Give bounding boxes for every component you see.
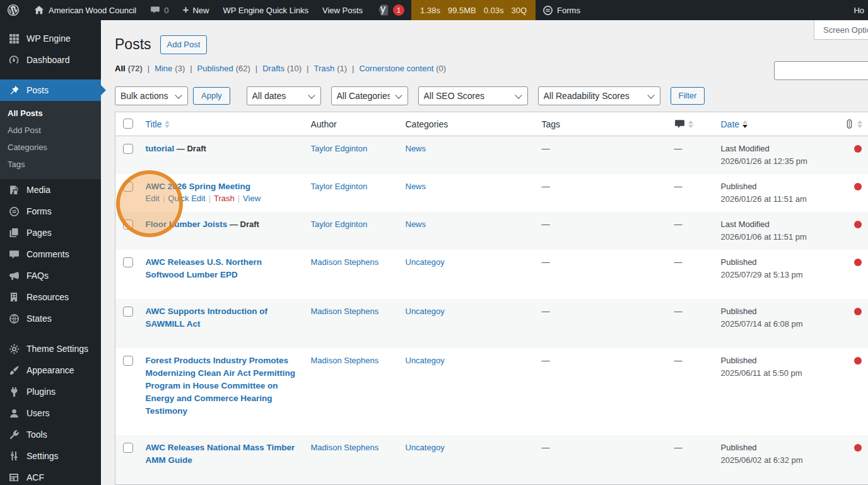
edit-action[interactable]: Edit: [146, 194, 160, 203]
sidebar-item-faqs[interactable]: FAQs: [0, 265, 101, 286]
add-post-button[interactable]: Add Post: [160, 35, 208, 54]
qm-db-time: 0.03s: [484, 6, 504, 15]
tags-empty: —: [542, 307, 550, 316]
apply-button[interactable]: Apply: [193, 87, 230, 105]
trash-action[interactable]: Trash: [214, 194, 235, 203]
author-link[interactable]: Taylor Edginton: [311, 219, 368, 229]
gravity-forms-icon: [8, 205, 20, 218]
row-checkbox[interactable]: [123, 219, 133, 230]
seo-score-red-dot: [854, 221, 862, 228]
sidebar-item-pages[interactable]: Pages: [0, 222, 101, 243]
submenu-item-all-posts[interactable]: All Posts: [0, 105, 101, 122]
search-posts-input[interactable]: [774, 61, 868, 80]
yoast-seo-menu[interactable]: 1: [370, 0, 411, 20]
sidebar-item-media[interactable]: Media: [0, 179, 101, 201]
post-title-link[interactable]: Forest Products Industry Promotes Modern…: [146, 356, 296, 416]
submenu-item-categories[interactable]: Categories: [0, 139, 101, 156]
sidebar-item-theme-settings[interactable]: Theme Settings: [0, 338, 101, 359]
author-link[interactable]: Madison Stephens: [311, 443, 379, 452]
post-title-link[interactable]: AWC Supports Introduction of SAWMILL Act: [146, 307, 267, 329]
row-checkbox[interactable]: [123, 443, 133, 453]
sort-by-comments[interactable]: [674, 119, 693, 129]
select-all-checkbox[interactable]: [123, 119, 133, 129]
screen-options-tab[interactable]: Screen Options: [814, 20, 868, 40]
forms-menu[interactable]: Forms: [536, 0, 587, 20]
bulk-actions-select[interactable]: Bulk actions: [115, 86, 188, 105]
category-link[interactable]: Uncategoy: [406, 356, 445, 365]
sort-by-seo-score[interactable]: [845, 119, 862, 129]
category-link[interactable]: News: [406, 219, 426, 229]
sidebar-item-forms[interactable]: Forms: [0, 201, 101, 222]
row-checkbox[interactable]: [123, 307, 133, 317]
seo-score-red-dot: [854, 145, 862, 153]
author-link[interactable]: Madison Stephens: [311, 356, 379, 365]
date-status: Last Modified: [721, 143, 832, 155]
howdy-account-menu[interactable]: Ho: [847, 0, 868, 20]
row-checkbox[interactable]: [123, 182, 133, 192]
sidebar-item-posts[interactable]: Posts: [0, 79, 101, 101]
sidebar-item-dashboard[interactable]: Dashboard: [0, 49, 101, 71]
sidebar-item-acf[interactable]: ACF: [0, 467, 101, 485]
filter-trash: Trash(1): [302, 64, 347, 73]
readability-scores-filter-select[interactable]: All Readability Scores: [538, 86, 660, 105]
row-checkbox[interactable]: [123, 356, 133, 366]
view-action[interactable]: View: [243, 194, 261, 203]
comments-empty: —: [674, 443, 683, 452]
author-link[interactable]: Taylor Edginton: [311, 144, 368, 153]
submenu-item-tags[interactable]: Tags: [0, 156, 101, 173]
sidebar-item-settings[interactable]: Settings: [0, 445, 101, 467]
column-tags: Tags: [536, 112, 668, 136]
wordpress-logo-menu[interactable]: [0, 0, 26, 20]
sort-by-date[interactable]: Date: [721, 119, 748, 129]
admin-bar-comments[interactable]: 0: [143, 0, 175, 20]
sidebar-item-wp-engine[interactable]: WP Engine: [0, 28, 101, 49]
post-title-link[interactable]: tutorial: [146, 144, 175, 153]
sliders-icon: [8, 450, 20, 462]
author-link[interactable]: Madison Stephens: [311, 307, 379, 316]
filter-drafts: Drafts(10): [250, 64, 302, 73]
comments-empty: —: [674, 219, 683, 229]
submenu-item-add-post[interactable]: Add Post: [0, 122, 101, 139]
seo-scores-filter-select[interactable]: All SEO Scores: [418, 86, 528, 105]
sidebar-item-comments[interactable]: Comments: [0, 243, 101, 265]
row-checkbox[interactable]: [123, 257, 133, 267]
category-link[interactable]: Uncategoy: [406, 307, 445, 316]
site-name-menu[interactable]: American Wood Council: [26, 0, 143, 20]
sidebar-item-states[interactable]: States: [0, 308, 101, 329]
sidebar-item-resources[interactable]: Resources: [0, 286, 101, 308]
view-posts-menu[interactable]: View Posts: [315, 0, 370, 20]
category-link[interactable]: News: [406, 182, 426, 191]
new-content-menu[interactable]: + New: [175, 0, 216, 20]
post-title-link[interactable]: AWC Releases National Mass Timber AMM Gu…: [146, 443, 295, 465]
sidebar-item-appearance[interactable]: Appearance: [0, 359, 101, 381]
author-link[interactable]: Madison Stephens: [311, 257, 379, 267]
column-categories: Categories: [399, 112, 536, 136]
category-link[interactable]: Uncategoy: [406, 257, 445, 267]
wp-engine-quick-links-menu[interactable]: WP Engine Quick Links: [216, 0, 315, 20]
filter-button[interactable]: Filter: [671, 87, 705, 105]
author-link[interactable]: Taylor Edginton: [311, 182, 368, 191]
yoast-icon: [377, 4, 389, 16]
post-title-link[interactable]: AWC 2026 Spring Meeting: [146, 182, 251, 191]
wordpress-logo-icon: [7, 4, 20, 16]
query-monitor-menu[interactable]: 1.38s 99.5MB 0.03s 30Q: [411, 0, 536, 20]
seo-score-icon: [845, 119, 854, 129]
admin-menu: WP Engine Dashboard Posts All Posts Add …: [0, 20, 101, 485]
post-row: Forest Products Industry Promotes Modern…: [115, 348, 868, 435]
comments-empty: —: [674, 144, 683, 153]
sort-by-title[interactable]: Title: [146, 119, 170, 129]
category-link[interactable]: Uncategoy: [406, 443, 445, 452]
sidebar-item-users[interactable]: Users: [0, 402, 101, 424]
row-checkbox[interactable]: [123, 144, 133, 154]
sidebar-item-plugins[interactable]: Plugins: [0, 381, 101, 402]
categories-filter-select[interactable]: All Categories: [331, 86, 408, 105]
post-title-link[interactable]: AWC Releases U.S. Northern Softwood Lumb…: [146, 257, 262, 279]
gear-icon: [8, 342, 20, 355]
quick-edit-action[interactable]: Quick Edit: [168, 194, 205, 203]
sidebar-item-tools[interactable]: Tools: [0, 424, 101, 445]
post-title-link[interactable]: Floor Lumber Joists: [146, 219, 228, 229]
dates-filter-select[interactable]: All dates: [247, 86, 321, 105]
tags-empty: —: [542, 356, 550, 365]
category-link[interactable]: News: [406, 144, 426, 153]
pages-icon: [8, 226, 20, 239]
